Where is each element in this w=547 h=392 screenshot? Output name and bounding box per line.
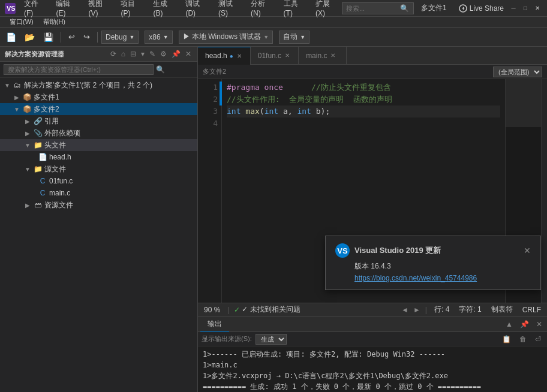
project2-node[interactable]: ▼ 📦 多文件2: [0, 103, 197, 115]
external-deps-node[interactable]: ▶ 📎 外部依赖项: [0, 127, 197, 139]
sidebar-search-input[interactable]: [4, 64, 154, 75]
ext-expand-icon: ▶: [23, 130, 32, 137]
tab-main-c-close[interactable]: ✕: [329, 52, 336, 59]
src-expand-icon: ▼: [23, 166, 32, 173]
run-button[interactable]: ▶ 本地 Windows 调试器 ▼: [179, 31, 274, 44]
panel-tabs: 输出 ▲ 📌 ✕: [198, 316, 547, 332]
sidebar-filter-icon[interactable]: ⊟: [129, 49, 137, 59]
platform-arrow: ▼: [163, 34, 169, 40]
menu-debug[interactable]: 调试(D): [181, 0, 212, 19]
tab-01fun-c-close[interactable]: ✕: [284, 52, 291, 59]
save-button[interactable]: 💾: [40, 30, 57, 44]
sidebar-home-icon[interactable]: ⌂: [120, 49, 127, 59]
menu-analyze[interactable]: 分析(N): [246, 0, 278, 19]
cursor-left-arrow[interactable]: ◄: [401, 306, 408, 314]
solution-icon: 🗂: [12, 81, 23, 89]
menu-tools[interactable]: 工具(T): [279, 0, 309, 19]
project1-node[interactable]: ▶ 📦 多文件1: [0, 91, 197, 103]
source1-icon: C: [37, 177, 48, 185]
platform-dropdown[interactable]: x86 ▼: [145, 31, 172, 44]
tab-status[interactable]: 制表符: [489, 304, 515, 315]
panel-up-icon[interactable]: ▲: [503, 319, 515, 330]
sidebar-close-icon[interactable]: ✕: [184, 49, 193, 59]
code-comment1: //防止头文件重复包含: [311, 82, 391, 94]
scope-dropdown[interactable]: (全局范围): [493, 67, 542, 77]
notification-close-button[interactable]: ✕: [524, 246, 531, 255]
headers-node[interactable]: ▼ 📁 头文件: [0, 139, 197, 151]
status-sep1: |: [227, 306, 229, 314]
no-issues-status[interactable]: ✓ ✓ 未找到相关问题: [234, 304, 300, 315]
source1-label: 01fun.c: [49, 177, 73, 185]
source1-node[interactable]: C 01fun.c: [0, 175, 197, 187]
auto-dropdown[interactable]: 自动 ▼: [279, 31, 309, 44]
code-space: [241, 105, 245, 117]
line-ending-status[interactable]: CRLF: [520, 306, 543, 314]
debug-config-dropdown[interactable]: Debug ▼: [101, 31, 139, 44]
tab-head-h[interactable]: head.h ● ✕: [198, 47, 251, 65]
live-share-button[interactable]: Live Share: [454, 3, 509, 14]
header-file-node[interactable]: 📄 head.h: [0, 151, 197, 163]
tab-head-h-label: head.h: [205, 52, 227, 60]
tab-main-c[interactable]: main.c ✕: [299, 47, 347, 65]
menu-project[interactable]: 项目(P): [116, 0, 147, 19]
sources-icon: 📁: [32, 165, 43, 173]
menu-build[interactable]: 生成(B): [148, 0, 179, 19]
code-pragma: #pragma once: [227, 82, 283, 94]
sidebar-pin-icon[interactable]: 📌: [170, 49, 182, 59]
output-line-4: ========== 生成: 成功 1 个，失败 0 个，最新 0 个，跳过 0…: [203, 381, 542, 392]
search-input[interactable]: [346, 5, 400, 12]
output-source-select[interactable]: 生成: [256, 334, 287, 345]
menu-test[interactable]: 测试(S): [214, 0, 245, 19]
sources-label: 源文件: [44, 164, 66, 174]
panel-pin-icon[interactable]: 📌: [518, 319, 531, 330]
menu-view[interactable]: 视图(V): [83, 0, 115, 19]
redo-button[interactable]: ↪: [80, 30, 94, 44]
source2-node[interactable]: C main.c: [0, 187, 197, 199]
search-box[interactable]: 🔍: [342, 2, 414, 14]
line-status[interactable]: 行: 4: [432, 304, 452, 315]
sidebar-collapse-icon[interactable]: ▾: [140, 49, 146, 59]
ref-icon: 🔗: [32, 117, 43, 125]
undo-button[interactable]: ↩: [65, 30, 79, 44]
breadcrumb-project[interactable]: 多文件2: [203, 67, 226, 76]
cursor-right-arrow[interactable]: ►: [413, 306, 420, 314]
panel-copy-icon[interactable]: 📋: [500, 334, 513, 345]
menu-window[interactable]: 窗口(W): [5, 16, 38, 28]
zoom-status[interactable]: 90 %: [202, 306, 223, 314]
line-num-4: 4: [198, 117, 218, 129]
menu-extensions[interactable]: 扩展(X): [311, 0, 342, 19]
menu-help[interactable]: 帮助(H): [38, 16, 70, 28]
tab-01fun-c[interactable]: 01fun.c ✕: [251, 47, 299, 65]
solution-node[interactable]: ▼ 🗂 解决方案'多文件1'(第 2 个项目，共 2 个): [0, 79, 197, 91]
line-numbers: 1 2 3 4: [198, 79, 222, 303]
tab-head-h-close[interactable]: ✕: [236, 52, 243, 60]
sidebar-sync-icon[interactable]: ⟳: [109, 49, 118, 59]
minimize-button[interactable]: ─: [509, 4, 518, 13]
char-status[interactable]: 字符: 1: [456, 304, 483, 315]
header-file-label: head.h: [49, 153, 71, 161]
panel-tab-output[interactable]: 输出: [200, 316, 229, 332]
panel-wrap-icon[interactable]: ⏎: [533, 334, 543, 345]
code-tab1: [283, 82, 311, 94]
panel-clear-icon[interactable]: 🗑: [517, 334, 529, 345]
ext-deps-icon: 📎: [32, 129, 43, 137]
sidebar-settings-icon[interactable]: ⚙: [159, 49, 168, 59]
open-file-button[interactable]: 📂: [21, 30, 38, 44]
close-button[interactable]: ✕: [533, 4, 542, 13]
output-line-1: 1>------ 已启动生成: 项目: 多文件2, 配置: Debug Win3…: [203, 349, 542, 360]
editor-output-area: head.h ● ✕ 01fun.c ✕ main.c ✕ 多文件2: [198, 47, 547, 392]
new-file-button[interactable]: 📄: [2, 30, 20, 44]
output-line-2: 1>main.c: [203, 360, 542, 370]
sidebar-new-icon[interactable]: ✎: [148, 49, 157, 59]
sources-node[interactable]: ▼ 📁 源文件: [0, 163, 197, 175]
scrollbar-right[interactable]: [541, 79, 547, 303]
code-line-2: //头文件作用: 全局变量的声明 函数的声明: [227, 94, 500, 105]
maximize-button[interactable]: □: [521, 4, 530, 13]
references-node[interactable]: ▶ 🔗 引用: [0, 115, 197, 127]
breadcrumb-bar: 多文件2 (全局范围): [198, 65, 547, 79]
panel-toolbar: 显示输出来源(S): 生成 📋 🗑 ⏎: [198, 332, 547, 346]
panel-close-icon[interactable]: ✕: [534, 319, 545, 330]
toolbar-row1: 📄 📂 💾 ↩ ↪ Debug ▼ x86 ▼ ▶ 本地 Windows 调试器…: [0, 28, 547, 47]
resources-node[interactable]: ▶ 🗃 资源文件: [0, 199, 197, 211]
notification-link-text[interactable]: https://blog.csdn.net/weixin_45744986: [354, 274, 477, 282]
